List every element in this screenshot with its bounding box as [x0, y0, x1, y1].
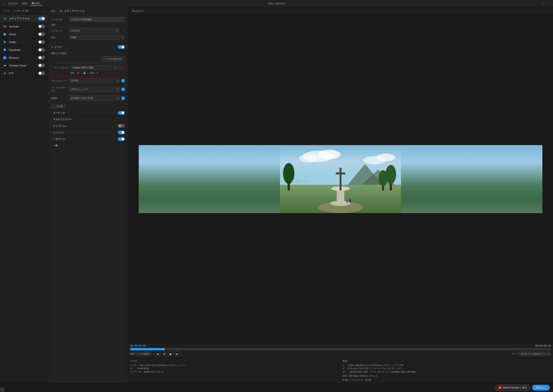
size-dropdown[interactable]: 出力サイズに合わせてス… ▾	[519, 352, 551, 356]
encoder-btn[interactable]: M Media Encoder に送信	[495, 385, 530, 391]
sidebar-twitter-toggle[interactable]	[38, 40, 45, 44]
sidebar-item-behance[interactable]: Be Behance	[0, 54, 48, 62]
sidebar-facebook-toggle[interactable]	[38, 48, 45, 52]
svg-point-14	[318, 150, 340, 159]
preset-dropdown[interactable]: カスタム ▾	[69, 28, 119, 33]
fieldorder-check[interactable]	[121, 88, 125, 91]
output-title: 出力	[343, 359, 551, 363]
nav-export[interactable]: 書き出し	[30, 1, 43, 6]
dash-2: —	[87, 72, 89, 74]
range-dropdown[interactable]: ソース全体 ▾	[135, 352, 152, 356]
svg-rect-26	[336, 173, 345, 174]
format-dropdown[interactable]: H264 ▾	[69, 35, 125, 40]
scrubber-bar[interactable]	[130, 348, 551, 350]
video-chevron[interactable]: ▼	[51, 46, 53, 48]
preview-video	[139, 145, 542, 213]
ctrl-sep-1: |	[153, 352, 154, 356]
meta-toggle[interactable]	[118, 137, 125, 141]
source-match-row: ソースに合わせる	[48, 56, 128, 62]
settings-header: 設定： メディアファイル	[48, 7, 128, 15]
lock-icon[interactable]	[83, 71, 86, 74]
mux-chevron: ›	[51, 118, 52, 120]
sidebar-item-youtube[interactable]: YouTube	[0, 23, 48, 30]
framerate-row: フレームレート 23.976 ▾	[48, 77, 128, 84]
nav-edit[interactable]: 編集	[21, 1, 29, 6]
sidebar-item-vimeo[interactable]: V Vimeo	[0, 30, 48, 38]
preset-dots[interactable]: ···	[122, 29, 125, 32]
sidebar-item-ftp[interactable]: FTP	[0, 70, 48, 77]
window-icon-2[interactable]: ↑	[545, 2, 546, 5]
output-video: ビ H.264 | 640x360 (1.0) | 23.976 fps | プ…	[343, 364, 551, 367]
caption-section[interactable]: › キャプション	[48, 122, 128, 129]
general-section[interactable]: › 一般	[48, 142, 128, 149]
effect-toggle[interactable]	[118, 131, 125, 134]
general-label: 一般	[53, 144, 125, 147]
sidebar-more-btn[interactable]: ···	[43, 9, 45, 13]
pause-btn[interactable]: ⏸	[161, 351, 167, 357]
prev-frame-btn[interactable]: ⏮	[155, 351, 161, 357]
sidebar-item-facebook[interactable]: f Facebook	[0, 46, 48, 54]
svg-point-30	[378, 170, 387, 186]
sidebar-cc-toggle[interactable]	[38, 64, 45, 67]
effect-label: エフェクト	[53, 131, 117, 134]
fieldorder-dropdown[interactable]: プログレッシブ ▾	[69, 87, 120, 92]
sidebar-ftp-toggle[interactable]	[38, 71, 45, 75]
caption-label: キャプション	[53, 124, 117, 128]
range-label: 範囲	[130, 352, 134, 355]
audio-section[interactable]: › オーディオ	[48, 109, 128, 116]
preview-header: プレビュー	[128, 7, 553, 15]
bottom-bar: ● M Media Encoder に送信 書き出し	[0, 383, 553, 392]
export-btn[interactable]: 書き出し	[532, 385, 550, 391]
aspectratio-arrow: ▾	[117, 97, 118, 99]
aspectratio-dropdown[interactable]: 正方形ピクセル (1.0) ▾	[69, 95, 120, 101]
preset-row: プリセット カスタム ▾ ···	[51, 28, 125, 33]
mux-section[interactable]: › マルチプレクサー	[48, 116, 128, 122]
next-frame-btn[interactable]: ⏭	[174, 351, 180, 357]
frame-size-dropdown[interactable]: Custom (640 x 360) ▾	[71, 65, 118, 70]
other-btn[interactable]: … その他	[51, 104, 65, 109]
settings-upload-icon	[59, 10, 62, 12]
sidebar-item-twitter[interactable]: Twitter	[0, 38, 48, 46]
media-icon	[3, 17, 7, 21]
preset-value: カスタム	[71, 29, 80, 32]
video-toggle[interactable]	[118, 45, 125, 49]
meta-section[interactable]: › メタデータ	[48, 136, 128, 142]
source-audio-value: 48000 Hz | ステレオ	[144, 371, 164, 373]
caption-chevron: ›	[51, 125, 52, 127]
window-icon-1[interactable]: □	[542, 2, 543, 5]
sidebar-item-creativecloud[interactable]: Creative Cloud	[0, 62, 48, 70]
meta-chevron: ›	[51, 138, 52, 140]
play-btn[interactable]: ▶	[168, 351, 174, 357]
sidebar-youtube-toggle[interactable]	[38, 25, 45, 28]
framerate-label: フレームレート	[51, 79, 67, 82]
nav-import[interactable]: 読み込み	[7, 1, 20, 6]
frame-width-val[interactable]: 640	[70, 71, 76, 74]
source-match-btn[interactable]: ソースに合わせる	[102, 56, 125, 62]
window-icon-3[interactable]: ⤢	[549, 2, 551, 5]
sidebar-item-media[interactable]: メディアファイル ···	[0, 15, 48, 23]
framerate-check[interactable]	[121, 79, 125, 82]
effect-section[interactable]: › エフェクト	[48, 129, 128, 136]
svg-rect-35	[291, 180, 293, 183]
aspectratio-check[interactable]	[121, 97, 125, 100]
facebook-icon: f	[3, 48, 7, 52]
sidebar-vimeo-toggle[interactable]	[38, 32, 45, 36]
audio-toggle[interactable]	[118, 111, 125, 115]
preview-area	[128, 15, 553, 343]
framerate-dropdown[interactable]: 23.976 ▾	[69, 78, 120, 83]
sidebar-media-dots[interactable]: ···	[34, 17, 36, 20]
frame-size-box: フレームサイズ Custom (640 x 360) ▾ 640 W — — 3…	[51, 63, 125, 76]
filename-input[interactable]	[69, 17, 125, 22]
basic-video-title: 基本ビデオ設定	[48, 51, 128, 56]
svg-rect-0	[4, 19, 6, 19]
frame-size-arrow: ▾	[115, 67, 116, 69]
general-chevron: ›	[51, 145, 52, 147]
sidebar-behance-toggle[interactable]	[38, 56, 45, 59]
fieldorder-arrow: ▾	[117, 88, 118, 91]
other-btn-wrap: … その他	[48, 103, 128, 109]
frame-height-val[interactable]: 360	[90, 71, 96, 74]
home-icon[interactable]: ⌂	[2, 2, 4, 5]
caption-toggle[interactable]	[118, 124, 125, 128]
frame-size-checkbox[interactable]	[119, 66, 122, 70]
sidebar-media-toggle[interactable]	[38, 17, 45, 21]
